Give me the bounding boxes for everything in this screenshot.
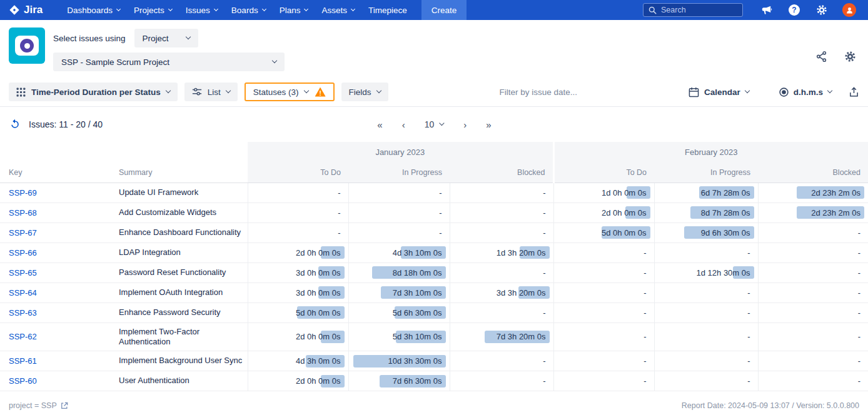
duration-cell: -: [654, 371, 758, 391]
duration-value: -: [643, 332, 646, 341]
issue-key-cell: SSP-66: [0, 242, 118, 262]
search-input[interactable]: [661, 6, 737, 14]
issue-key-link[interactable]: SSP-69: [9, 188, 37, 198]
nav-item-projects[interactable]: Projects: [134, 6, 172, 15]
nav-item-dashboards[interactable]: Dashboards: [67, 6, 120, 15]
column-header-inprogress-jan: In Progress: [348, 162, 450, 182]
duration-value: 2d 0h 0m 0s: [602, 208, 647, 218]
issue-key-link[interactable]: SSP-61: [9, 356, 37, 366]
help-button[interactable]: ?: [782, 0, 807, 20]
duration-value: 2d 0h 0m 0s: [296, 332, 341, 341]
export-icon: [849, 87, 859, 98]
export-button[interactable]: [849, 87, 859, 98]
global-search[interactable]: [643, 3, 743, 17]
duration-cell: 2d 23h 2m 0s: [758, 182, 868, 202]
issue-key-link[interactable]: SSP-60: [9, 376, 37, 386]
issue-key-link[interactable]: SSP-68: [9, 208, 37, 218]
duration-cell: -: [758, 322, 868, 351]
jira-brand[interactable]: Jira: [9, 4, 43, 16]
nav-item-timepiece[interactable]: Timepiece: [368, 6, 407, 15]
duration-cell: 3d 0h 0m 0s: [248, 282, 348, 302]
first-page-icon[interactable]: «: [377, 119, 381, 130]
announcements-button[interactable]: [754, 0, 779, 20]
report-settings-button[interactable]: [844, 50, 857, 63]
duration-cell: -: [248, 222, 348, 242]
column-header-todo-feb: To Do: [553, 162, 654, 182]
duration-value: -: [543, 356, 545, 366]
duration-format-dropdown[interactable]: d.h.m.s: [779, 88, 832, 97]
table-row: SSP-60User Authentication2d 0h 0m 0s7d 6…: [0, 371, 868, 391]
calendar-icon: [689, 87, 699, 98]
duration-value: -: [543, 208, 545, 218]
duration-cell: 2d 23h 2m 0s: [758, 202, 868, 222]
nav-item-issues[interactable]: Issues: [186, 6, 218, 15]
share-button[interactable]: [815, 51, 827, 62]
duration-cell: -: [553, 242, 654, 262]
nav-item-assets[interactable]: Assets: [321, 6, 355, 15]
issue-summary: Add Customizable Widgets: [118, 202, 248, 222]
refresh-button[interactable]: [9, 118, 21, 131]
next-page-icon[interactable]: ›: [463, 119, 466, 130]
table-row: SSP-62Implement Two-Factor Authenticatio…: [0, 322, 868, 351]
duration-value: 3d 0h 0m 0s: [296, 288, 341, 298]
duration-cell: -: [758, 371, 868, 391]
issue-key-cell: SSP-68: [0, 202, 118, 222]
duration-cell: -: [450, 262, 553, 282]
issue-key-link[interactable]: SSP-65: [9, 268, 37, 278]
duration-value: -: [338, 188, 340, 198]
chevron-down-icon: [439, 121, 444, 126]
chevron-down-icon: [744, 88, 749, 93]
timepiece-app-icon: [9, 28, 45, 64]
report-table-body: SSP-69Update UI Framework---1d 0h 0m 0s6…: [0, 182, 868, 391]
duration-value: -: [543, 376, 545, 386]
duration-cell: 6d 7h 28m 0s: [654, 182, 758, 202]
prev-page-icon[interactable]: ‹: [402, 119, 405, 130]
issue-key-cell: SSP-64: [0, 282, 118, 302]
duration-cell: -: [758, 351, 868, 371]
duration-cell: 8d 7h 28m 0s: [654, 202, 758, 222]
issue-key-link[interactable]: SSP-63: [9, 308, 37, 318]
share-icon: [815, 51, 827, 62]
duration-cell: -: [450, 302, 553, 322]
duration-cell: -: [553, 351, 654, 371]
issue-key-link[interactable]: SSP-67: [9, 228, 37, 238]
project-dropdown[interactable]: SSP - Sample Scrum Project: [53, 52, 285, 71]
chevron-down-icon: [272, 58, 277, 63]
issue-date-filter-input[interactable]: [395, 88, 682, 97]
statuses-dropdown[interactable]: Statuses (3) !: [245, 82, 335, 101]
duration-cell: 8d 18h 0m 0s: [348, 262, 450, 282]
issue-key-link[interactable]: SSP-64: [9, 288, 37, 298]
calendar-dropdown[interactable]: Calendar: [689, 87, 749, 98]
nav-item-boards[interactable]: Boards: [231, 6, 266, 15]
duration-value: -: [643, 308, 646, 318]
duration-cell: 2d 0h 0m 0s: [248, 371, 348, 391]
duration-value: -: [858, 248, 860, 258]
external-link-icon[interactable]: [61, 402, 68, 409]
last-page-icon[interactable]: »: [486, 119, 490, 130]
duration-value: -: [858, 356, 860, 366]
duration-cell: -: [758, 242, 868, 262]
jira-brand-label: Jira: [24, 4, 43, 16]
view-dropdown[interactable]: List: [184, 82, 238, 101]
page-size-dropdown[interactable]: 10: [425, 119, 444, 129]
user-menu-button[interactable]: [837, 0, 862, 20]
issue-source-dropdown[interactable]: Project: [134, 29, 198, 48]
duration-value: -: [858, 332, 860, 341]
duration-cell: -: [553, 371, 654, 391]
table-row: SSP-63Enhance Password Security5d 0h 0m …: [0, 302, 868, 322]
report-type-dropdown[interactable]: Time-Period Duration per Status: [9, 82, 178, 101]
column-group-spacer: [0, 142, 248, 162]
nav-item-plans[interactable]: Plans: [280, 6, 308, 15]
duration-cell: 1d 3h 20m 0s: [450, 242, 553, 262]
fields-dropdown[interactable]: Fields: [341, 82, 388, 101]
issue-summary: Implement OAuth Integration: [118, 282, 248, 302]
duration-value: -: [643, 376, 646, 386]
issue-key-link[interactable]: SSP-66: [9, 248, 37, 258]
settings-button[interactable]: [809, 0, 834, 20]
duration-cell: 7d 6h 30m 0s: [348, 371, 450, 391]
create-button[interactable]: Create: [421, 0, 467, 20]
duration-value: -: [643, 268, 646, 278]
search-icon: [648, 6, 657, 14]
issue-key-link[interactable]: SSP-62: [9, 332, 37, 341]
column-header-inprogress-feb: In Progress: [654, 162, 758, 182]
